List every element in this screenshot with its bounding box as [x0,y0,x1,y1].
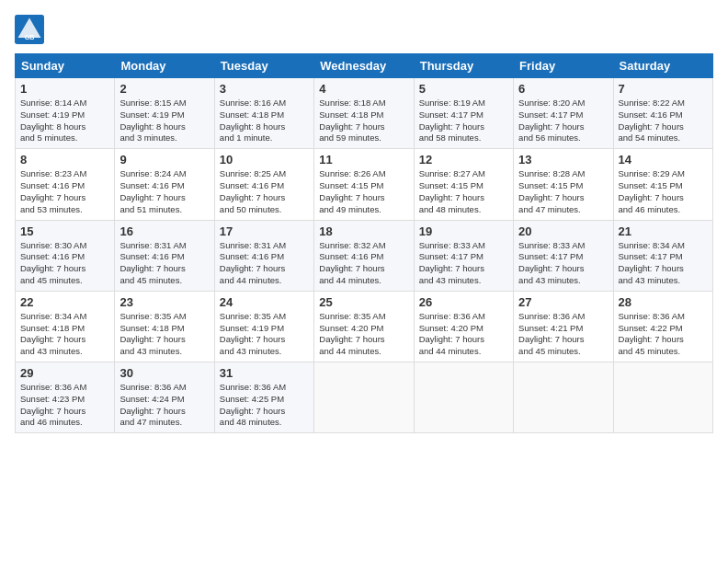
week-row-3: 15Sunrise: 8:30 AM Sunset: 4:16 PM Dayli… [16,220,713,291]
day-number: 20 [518,224,608,238]
day-number: 18 [319,224,408,238]
day-cell [414,362,513,433]
day-number: 16 [119,224,209,238]
day-cell: 20Sunrise: 8:33 AM Sunset: 4:17 PM Dayli… [514,220,613,291]
day-cell: 29Sunrise: 8:36 AM Sunset: 4:23 PM Dayli… [16,362,115,433]
day-cell: 3Sunrise: 8:16 AM Sunset: 4:18 PM Daylig… [214,78,313,149]
day-number: 25 [319,295,408,309]
day-number: 31 [220,366,309,380]
day-cell: 1Sunrise: 8:14 AM Sunset: 4:19 PM Daylig… [16,78,115,149]
day-cell: 2Sunrise: 8:15 AM Sunset: 4:19 PM Daylig… [115,78,214,149]
day-info: Sunrise: 8:15 AM Sunset: 4:19 PM Dayligh… [119,98,209,144]
day-number: 5 [419,82,508,96]
day-number: 27 [518,295,608,309]
day-number: 4 [319,82,408,96]
day-info: Sunrise: 8:29 AM Sunset: 4:15 PM Dayligh… [619,168,708,215]
day-header-friday: Friday [514,54,613,78]
day-cell: 14Sunrise: 8:29 AM Sunset: 4:15 PM Dayli… [613,149,712,220]
day-cell: 31Sunrise: 8:36 AM Sunset: 4:25 PM Dayli… [214,362,313,433]
day-info: Sunrise: 8:23 AM Sunset: 4:16 PM Dayligh… [20,168,109,215]
day-header-monday: Monday [115,54,214,78]
day-cell [613,362,712,433]
day-number: 28 [619,295,708,309]
day-info: Sunrise: 8:33 AM Sunset: 4:17 PM Dayligh… [518,240,608,287]
day-info: Sunrise: 8:30 AM Sunset: 4:16 PM Dayligh… [20,240,109,287]
day-header-thursday: Thursday [414,54,513,78]
day-cell: 8Sunrise: 8:23 AM Sunset: 4:16 PM Daylig… [16,149,115,220]
day-info: Sunrise: 8:34 AM Sunset: 4:17 PM Dayligh… [619,240,708,287]
day-cell: 18Sunrise: 8:32 AM Sunset: 4:16 PM Dayli… [314,220,414,291]
calendar-table: SundayMondayTuesdayWednesdayThursdayFrid… [15,53,713,433]
day-number: 10 [220,153,309,167]
day-number: 22 [20,295,109,309]
day-cell: 24Sunrise: 8:35 AM Sunset: 4:19 PM Dayli… [214,291,313,362]
day-info: Sunrise: 8:33 AM Sunset: 4:17 PM Dayligh… [419,240,508,287]
day-number: 7 [619,82,708,96]
day-info: Sunrise: 8:25 AM Sunset: 4:16 PM Dayligh… [220,168,309,215]
day-cell: 11Sunrise: 8:26 AM Sunset: 4:15 PM Dayli… [314,149,414,220]
day-header-wednesday: Wednesday [314,54,414,78]
day-info: Sunrise: 8:34 AM Sunset: 4:18 PM Dayligh… [20,311,109,358]
day-cell: 26Sunrise: 8:36 AM Sunset: 4:20 PM Dayli… [414,291,513,362]
day-number: 2 [119,82,209,96]
day-cell: 10Sunrise: 8:25 AM Sunset: 4:16 PM Dayli… [214,149,313,220]
week-row-1: 1Sunrise: 8:14 AM Sunset: 4:19 PM Daylig… [16,78,713,149]
svg-text:GB: GB [25,34,35,41]
day-cell: 28Sunrise: 8:36 AM Sunset: 4:22 PM Dayli… [613,291,712,362]
day-header-sunday: Sunday [16,54,115,78]
day-number: 11 [319,153,408,167]
day-header-tuesday: Tuesday [214,54,313,78]
day-header-saturday: Saturday [613,54,712,78]
week-row-4: 22Sunrise: 8:34 AM Sunset: 4:18 PM Dayli… [16,291,713,362]
day-number: 9 [119,153,209,167]
day-info: Sunrise: 8:26 AM Sunset: 4:15 PM Dayligh… [319,168,408,215]
day-info: Sunrise: 8:36 AM Sunset: 4:23 PM Dayligh… [20,382,109,429]
day-cell: 30Sunrise: 8:36 AM Sunset: 4:24 PM Dayli… [115,362,214,433]
day-number: 19 [419,224,508,238]
day-number: 15 [20,224,109,238]
day-info: Sunrise: 8:36 AM Sunset: 4:25 PM Dayligh… [220,382,309,429]
day-number: 24 [220,295,309,309]
day-cell: 6Sunrise: 8:20 AM Sunset: 4:17 PM Daylig… [514,78,613,149]
header-row: SundayMondayTuesdayWednesdayThursdayFrid… [16,54,713,78]
day-cell: 19Sunrise: 8:33 AM Sunset: 4:17 PM Dayli… [414,220,513,291]
day-cell: 5Sunrise: 8:19 AM Sunset: 4:17 PM Daylig… [414,78,513,149]
day-cell: 13Sunrise: 8:28 AM Sunset: 4:15 PM Dayli… [514,149,613,220]
day-info: Sunrise: 8:31 AM Sunset: 4:16 PM Dayligh… [119,240,209,287]
day-number: 23 [119,295,209,309]
day-cell: 16Sunrise: 8:31 AM Sunset: 4:16 PM Dayli… [115,220,214,291]
day-cell: 25Sunrise: 8:35 AM Sunset: 4:20 PM Dayli… [314,291,414,362]
day-cell: 17Sunrise: 8:31 AM Sunset: 4:16 PM Dayli… [214,220,313,291]
day-info: Sunrise: 8:36 AM Sunset: 4:21 PM Dayligh… [518,311,608,358]
day-cell [514,362,613,433]
day-number: 26 [419,295,508,309]
day-cell: 4Sunrise: 8:18 AM Sunset: 4:18 PM Daylig… [314,78,414,149]
day-number: 8 [20,153,109,167]
logo-icon: GB [15,15,44,44]
day-info: Sunrise: 8:35 AM Sunset: 4:19 PM Dayligh… [220,311,309,358]
day-cell: 27Sunrise: 8:36 AM Sunset: 4:21 PM Dayli… [514,291,613,362]
day-number: 13 [518,153,608,167]
day-info: Sunrise: 8:35 AM Sunset: 4:20 PM Dayligh… [319,311,408,358]
day-cell: 21Sunrise: 8:34 AM Sunset: 4:17 PM Dayli… [613,220,712,291]
day-info: Sunrise: 8:36 AM Sunset: 4:22 PM Dayligh… [619,311,708,358]
day-info: Sunrise: 8:19 AM Sunset: 4:17 PM Dayligh… [419,98,508,144]
day-number: 12 [419,153,508,167]
day-info: Sunrise: 8:18 AM Sunset: 4:18 PM Dayligh… [319,98,408,144]
day-number: 14 [619,153,708,167]
day-number: 6 [518,82,608,96]
day-info: Sunrise: 8:14 AM Sunset: 4:19 PM Dayligh… [20,98,109,144]
day-cell: 23Sunrise: 8:35 AM Sunset: 4:18 PM Dayli… [115,291,214,362]
day-cell: 9Sunrise: 8:24 AM Sunset: 4:16 PM Daylig… [115,149,214,220]
week-row-2: 8Sunrise: 8:23 AM Sunset: 4:16 PM Daylig… [16,149,713,220]
day-cell: 7Sunrise: 8:22 AM Sunset: 4:16 PM Daylig… [613,78,712,149]
day-info: Sunrise: 8:36 AM Sunset: 4:20 PM Dayligh… [419,311,508,358]
day-number: 1 [20,82,109,96]
week-row-5: 29Sunrise: 8:36 AM Sunset: 4:23 PM Dayli… [16,362,713,433]
day-number: 21 [619,224,708,238]
day-info: Sunrise: 8:31 AM Sunset: 4:16 PM Dayligh… [220,240,309,287]
day-info: Sunrise: 8:24 AM Sunset: 4:16 PM Dayligh… [119,168,209,215]
day-info: Sunrise: 8:20 AM Sunset: 4:17 PM Dayligh… [518,98,608,144]
day-cell [314,362,414,433]
day-cell: 22Sunrise: 8:34 AM Sunset: 4:18 PM Dayli… [16,291,115,362]
